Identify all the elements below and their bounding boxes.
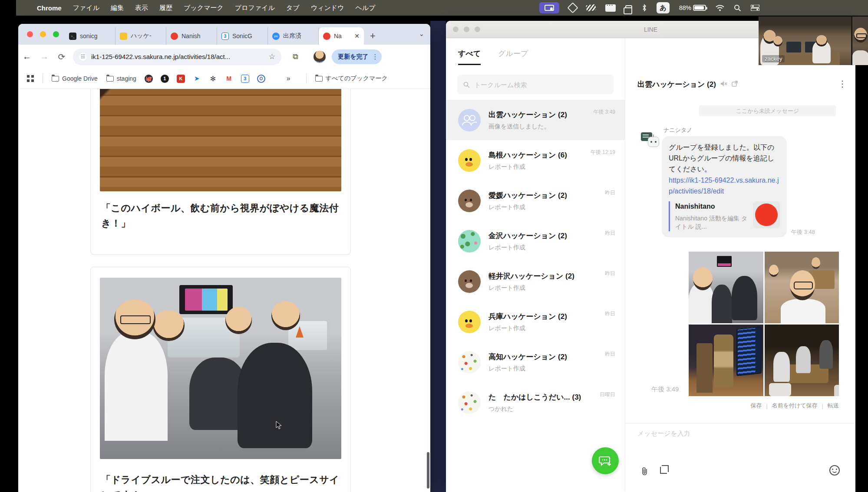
chat-list-item-takahashi[interactable]: た たかはしこうだい... (3)つかれた 日曜日 bbox=[446, 382, 625, 423]
address-bar[interactable]: ☷ ik1-125-69422.vs.sakura.ne.jp/activiti… bbox=[73, 49, 281, 65]
menu-window[interactable]: ウィンドウ bbox=[311, 4, 344, 12]
photo-room-selfie[interactable] bbox=[765, 252, 839, 323]
chrome-window: >_ sonicg ハッケ- Nanish 3 SonicG zm 出席 bbox=[18, 24, 430, 492]
highball-photo[interactable] bbox=[100, 89, 341, 191]
message-bubble[interactable]: グループを登録しました。以下のURLからグループの情報を追記してください。 ht… bbox=[662, 136, 787, 237]
bookmark-kibela-icon[interactable]: K bbox=[177, 75, 185, 83]
mute-speaker-icon[interactable] bbox=[720, 81, 727, 88]
message-link[interactable]: https://ik1-125-69422.vs.sakura.ne.jp/ac… bbox=[669, 175, 780, 197]
chat-list-item-izumo[interactable]: 出雲ハッケーション (2)画像を送信しました。 午後 3:49 bbox=[446, 100, 625, 140]
new-tab-button[interactable]: + bbox=[370, 30, 376, 42]
screen-capture-icon[interactable] bbox=[660, 467, 667, 474]
bot-avatar[interactable] bbox=[641, 131, 660, 151]
chat-list-item-karuizawa[interactable]: 軽井沢ハッケーション (2)レポート作成 昨日 bbox=[446, 261, 625, 302]
chat-list-item-shimane[interactable]: 島根ハッケーション (6)レポート作成 午後 12:19 bbox=[446, 140, 625, 180]
photo-message-grid[interactable] bbox=[689, 252, 839, 396]
wifi-icon[interactable] bbox=[716, 5, 724, 11]
control-center-icon[interactable] bbox=[751, 5, 759, 11]
bookmark-plane-icon[interactable]: ➤ bbox=[193, 75, 201, 83]
chrome-menu-icon[interactable]: ⋮ bbox=[372, 53, 378, 61]
search-input[interactable] bbox=[474, 81, 607, 89]
menu-app-name[interactable]: Chrome bbox=[37, 4, 62, 12]
url-text[interactable]: ik1-125-69422.vs.sakura.ne.jp/activities… bbox=[91, 53, 230, 60]
bookmark-gmail-icon[interactable]: M bbox=[225, 75, 233, 83]
page-scrollbar[interactable] bbox=[427, 452, 429, 489]
chat-list-item-kanazawa[interactable]: 金沢ハッケーション (2)レポート作成 昨日 bbox=[446, 221, 625, 261]
photo-car-selfie[interactable] bbox=[689, 252, 763, 323]
screen-share-status-icon[interactable] bbox=[539, 2, 559, 13]
bookmark-ring-icon[interactable]: O bbox=[257, 75, 265, 83]
bookmark-staging[interactable]: staging bbox=[106, 75, 136, 82]
tab-active-nanishitano[interactable]: Na ✕ bbox=[319, 27, 364, 45]
minimize-window-button[interactable] bbox=[40, 31, 46, 37]
bookmark-google-drive[interactable]: Google Drive bbox=[52, 75, 98, 82]
new-chat-button[interactable] bbox=[592, 447, 619, 474]
spotlight-search-icon[interactable] bbox=[734, 4, 741, 12]
chat-list-item-kochi[interactable]: 高知ハッケーション (2)レポート作成 昨日 bbox=[446, 342, 625, 382]
battery-indicator[interactable]: 88% bbox=[679, 4, 706, 11]
bluetooth-icon[interactable] bbox=[642, 4, 647, 12]
menu-file[interactable]: ファイル bbox=[73, 4, 99, 12]
chat-list-item-ehime[interactable]: 愛媛ハッケーション (2)レポート作成 昨日 bbox=[446, 180, 625, 221]
message-input[interactable] bbox=[625, 423, 855, 454]
bookmarks-overflow-icon[interactable]: » bbox=[287, 75, 290, 82]
forward-button[interactable]: 転送 bbox=[828, 402, 839, 410]
close-window-button[interactable] bbox=[27, 31, 33, 37]
bookmark-github-icon[interactable]: 🐙 bbox=[145, 75, 153, 83]
reload-button[interactable]: ⟳ bbox=[53, 52, 70, 62]
photo-work-room[interactable] bbox=[765, 325, 839, 396]
bookmark-one-icon[interactable]: 1 bbox=[161, 75, 169, 83]
menu-help[interactable]: ヘルプ bbox=[355, 4, 375, 12]
app-status-icon[interactable] bbox=[586, 5, 596, 11]
tab-group-chats[interactable]: グループ bbox=[498, 49, 528, 65]
close-tab-icon[interactable]: ✕ bbox=[354, 33, 360, 39]
tab-sonicgarden[interactable]: >_ sonicg bbox=[65, 27, 116, 45]
bookmark-star-icon[interactable]: ☆ bbox=[269, 52, 275, 61]
chat-list-item-hyogo[interactable]: 兵庫ハッケーション (2)レポート作成 昨日 bbox=[446, 302, 625, 342]
menu-bookmarks[interactable]: ブックマーク bbox=[184, 4, 224, 12]
chat-more-icon[interactable]: ⋮ bbox=[838, 79, 847, 89]
photo-caption: 「このハイボール、飲む前から視界がぼやける魔法付き！」 bbox=[101, 200, 340, 231]
photo-highball-cans[interactable] bbox=[689, 325, 763, 396]
update-chrome-button[interactable]: 更新を完了 ⋮ bbox=[332, 49, 382, 64]
profile-avatar[interactable] bbox=[314, 51, 326, 63]
menu-tab[interactable]: タブ bbox=[286, 4, 300, 12]
apps-grid-icon[interactable] bbox=[27, 75, 34, 82]
attachment-icon[interactable] bbox=[641, 467, 649, 478]
tab-zoom[interactable]: zm 出席済 bbox=[268, 27, 319, 45]
emoji-icon[interactable] bbox=[829, 465, 840, 476]
tab-all-chats[interactable]: すべて bbox=[458, 49, 481, 65]
menu-edit[interactable]: 編集 bbox=[111, 4, 124, 12]
bookmark-gear-icon[interactable]: ✻ bbox=[209, 75, 217, 83]
zoom-window-button[interactable] bbox=[53, 31, 59, 37]
tab-sonicgarden-cal[interactable]: 3 SonicG bbox=[217, 27, 268, 45]
site-info-icon[interactable]: ☷ bbox=[79, 53, 87, 61]
tab-search-chevron-icon[interactable]: ⌄ bbox=[419, 30, 424, 38]
minimize-window-button[interactable] bbox=[464, 26, 469, 32]
cube-status-icon[interactable] bbox=[569, 4, 577, 12]
chat-search-box[interactable] bbox=[457, 75, 614, 95]
copy-status-icon[interactable] bbox=[625, 5, 632, 10]
forward-button[interactable]: → bbox=[36, 52, 53, 62]
save-button[interactable]: 保存 bbox=[750, 402, 762, 410]
link-preview[interactable]: Nanishitano Nanishitano 活動を編集 タイトル 説... bbox=[669, 201, 780, 231]
menu-history[interactable]: 履歴 bbox=[159, 4, 172, 12]
menu-view[interactable]: 表示 bbox=[135, 4, 148, 12]
save-as-button[interactable]: 名前を付けて保存 bbox=[772, 402, 818, 410]
open-in-new-icon[interactable] bbox=[732, 81, 738, 88]
zoom-window-button[interactable] bbox=[475, 26, 480, 32]
video-call-overlay[interactable]: zackey bbox=[759, 16, 868, 65]
car-selfie-photo[interactable] bbox=[100, 278, 341, 459]
back-button[interactable]: ← bbox=[18, 52, 36, 62]
window-dots-status-icon[interactable] bbox=[605, 4, 616, 12]
chat-panel: 出雲ハッケーション (2) ⋮ ここから未読メッセージ ナニシタノ グ bbox=[625, 38, 855, 492]
ime-input-icon[interactable]: あ bbox=[657, 2, 670, 13]
bookmark-all-bookmarks[interactable]: すべてのブックマーク bbox=[315, 75, 388, 82]
tab-hackation[interactable]: ハッケ- bbox=[116, 27, 166, 45]
bookmark-calendar-icon[interactable]: 3 bbox=[241, 75, 249, 83]
tab-nanishitano[interactable]: Nanish bbox=[166, 27, 217, 45]
extensions-icon[interactable]: ⧉ bbox=[293, 52, 298, 61]
brown-bear-avatar bbox=[458, 190, 481, 212]
close-window-button[interactable] bbox=[453, 26, 459, 32]
menu-profiles[interactable]: プロファイル bbox=[235, 4, 275, 12]
